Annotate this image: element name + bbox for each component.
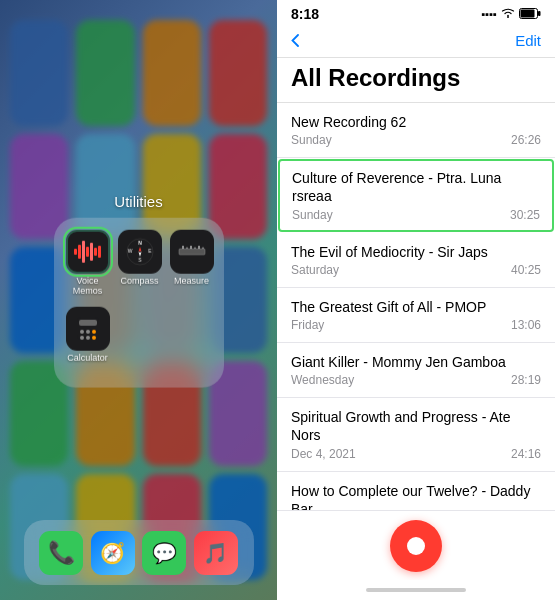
waveform-bar — [82, 241, 85, 263]
recording-title: The Evil of Mediocrity - Sir Japs — [291, 243, 541, 261]
recording-meta: Saturday 40:25 — [291, 263, 541, 277]
waveform — [74, 241, 101, 263]
signal-icon: ▪▪▪▪ — [481, 8, 497, 20]
dock-safari[interactable]: 🧭 — [91, 531, 135, 575]
left-panel: Utilities Voice Memos — [0, 0, 277, 600]
bg-icon — [143, 20, 201, 126]
svg-point-16 — [80, 330, 84, 334]
svg-rect-23 — [521, 9, 535, 17]
waveform-bar — [98, 246, 101, 258]
dock-messages[interactable]: 💬 — [142, 531, 186, 575]
svg-text:W: W — [127, 248, 132, 254]
recording-info: How to Complete our Twelve? - Daddy Bar.… — [291, 482, 541, 511]
folder-box[interactable]: Voice Memos N S E W — [54, 218, 224, 388]
svg-point-19 — [80, 336, 84, 340]
calculator-icon[interactable] — [66, 307, 110, 351]
recording-item[interactable]: Spiritual Growth and Progress - Ate Nors… — [277, 398, 555, 471]
wifi-icon — [501, 8, 515, 20]
recordings-list[interactable]: New Recording 62 Sunday 26:26 Culture of… — [277, 103, 555, 510]
recording-item-highlighted[interactable]: Culture of Reverence - Ptra. Luna rsreaa… — [278, 159, 554, 231]
measure-icon[interactable] — [170, 230, 214, 274]
dock-music[interactable]: 🎵 — [194, 531, 238, 575]
folder-container: Utilities Voice Memos — [54, 193, 224, 388]
recording-title: Culture of Reverence - Ptra. Luna rsreaa — [292, 169, 540, 205]
recording-meta: Dec 4, 2021 24:16 — [291, 447, 541, 461]
svg-point-21 — [92, 336, 96, 340]
recording-item[interactable]: The Greatest Gift of All - PMOP Friday 1… — [277, 288, 555, 343]
recording-title: How to Complete our Twelve? - Daddy Bar. — [291, 482, 541, 511]
waveform-bar — [90, 243, 93, 261]
app-label: Measure — [174, 277, 209, 287]
app-label: Compass — [120, 277, 158, 287]
app-empty — [170, 307, 214, 376]
svg-rect-7 — [179, 249, 205, 255]
recording-date: Sunday — [292, 208, 333, 222]
bg-icon — [10, 20, 68, 126]
recording-item[interactable]: New Recording 62 Sunday 26:26 — [277, 103, 555, 158]
app-compass[interactable]: N S E W Compass — [118, 230, 162, 299]
app-label: Calculator — [67, 354, 108, 364]
recording-duration: 13:06 — [511, 318, 541, 332]
recording-duration: 26:26 — [511, 133, 541, 147]
record-button[interactable] — [390, 520, 442, 572]
dock-phone[interactable]: 📞 — [39, 531, 83, 575]
bg-icon — [209, 20, 267, 126]
measure-svg — [178, 242, 206, 262]
app-calculator[interactable]: Calculator — [66, 307, 110, 376]
recording-title: New Recording 62 — [291, 113, 541, 131]
recording-duration: 40:25 — [511, 263, 541, 277]
svg-point-17 — [86, 330, 90, 334]
status-time: 8:18 — [291, 6, 319, 22]
recording-info: The Greatest Gift of All - PMOP Friday 1… — [291, 298, 541, 332]
waveform-bar — [78, 245, 81, 259]
svg-point-18 — [92, 330, 96, 334]
recording-date: Friday — [291, 318, 324, 332]
recording-meta: Sunday 30:25 — [292, 208, 540, 222]
app-voice-memos[interactable]: Voice Memos — [66, 230, 110, 299]
folder-label: Utilities — [114, 193, 162, 210]
status-icons: ▪▪▪▪ — [481, 8, 541, 21]
svg-rect-15 — [79, 320, 97, 326]
recording-info: Spiritual Growth and Progress - Ate Nors… — [291, 408, 541, 460]
page-title: All Recordings — [277, 58, 555, 103]
status-bar: 8:18 ▪▪▪▪ — [277, 0, 555, 28]
recording-duration: 30:25 — [510, 208, 540, 222]
app-label: Voice Memos — [66, 277, 110, 297]
recording-item[interactable]: The Evil of Mediocrity - Sir Japs Saturd… — [277, 233, 555, 288]
recording-info: Giant Killer - Mommy Jen Gamboa Wednesda… — [291, 353, 541, 387]
recording-title: The Greatest Gift of All - PMOP — [291, 298, 541, 316]
home-bar — [366, 588, 466, 592]
waveform-bar — [74, 249, 77, 255]
bottom-dock: 📞 🧭 💬 🎵 — [24, 520, 254, 585]
waveform-bar — [86, 247, 89, 257]
svg-text:N: N — [138, 240, 142, 246]
back-button[interactable] — [291, 34, 299, 47]
waveform-bar — [94, 248, 97, 256]
nav-bar: Edit — [277, 28, 555, 58]
recording-date: Saturday — [291, 263, 339, 277]
chevron-left-icon — [291, 34, 299, 47]
record-button-area — [277, 510, 555, 580]
recording-title: Giant Killer - Mommy Jen Gamboa — [291, 353, 541, 371]
recording-meta: Wednesday 28:19 — [291, 373, 541, 387]
recording-info: New Recording 62 Sunday 26:26 — [291, 113, 541, 147]
compass-icon[interactable]: N S E W — [118, 230, 162, 274]
recording-item[interactable]: Giant Killer - Mommy Jen Gamboa Wednesda… — [277, 343, 555, 398]
voice-memos-icon[interactable] — [66, 230, 110, 274]
app-measure[interactable]: Measure — [170, 230, 214, 299]
svg-point-20 — [86, 336, 90, 340]
recording-info: The Evil of Mediocrity - Sir Japs Saturd… — [291, 243, 541, 277]
recording-date: Sunday — [291, 133, 332, 147]
recording-item[interactable]: How to Complete our Twelve? - Daddy Bar.… — [277, 472, 555, 511]
svg-rect-24 — [538, 11, 541, 16]
recording-duration: 28:19 — [511, 373, 541, 387]
bg-icon — [76, 20, 134, 126]
home-indicator — [277, 580, 555, 600]
calculator-svg — [75, 316, 101, 342]
recording-date: Dec 4, 2021 — [291, 447, 356, 461]
record-inner-circle — [407, 537, 425, 555]
recording-title: Spiritual Growth and Progress - Ate Nors — [291, 408, 541, 444]
recording-date: Wednesday — [291, 373, 354, 387]
recording-info: Culture of Reverence - Ptra. Luna rsreaa… — [292, 169, 540, 221]
edit-button[interactable]: Edit — [515, 32, 541, 49]
